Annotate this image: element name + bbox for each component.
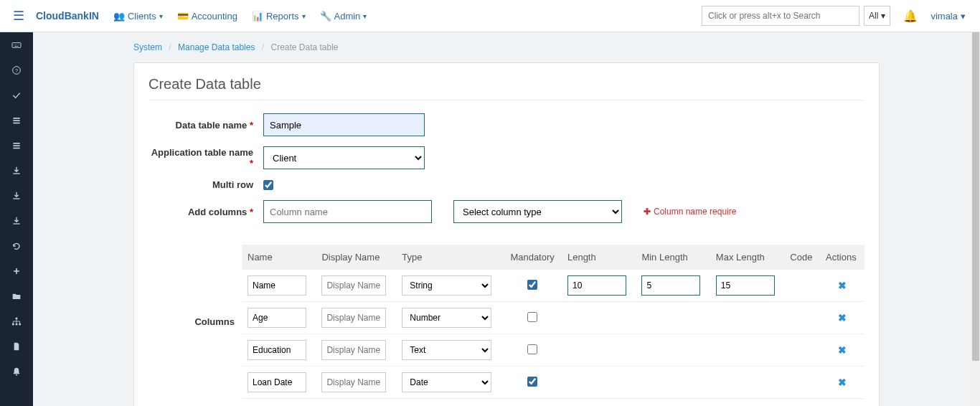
nav-clients[interactable]: 👥 Clients ▾	[113, 11, 163, 22]
row-type-select[interactable]: Date	[402, 372, 491, 392]
sidebar-folder[interactable]	[0, 283, 33, 308]
th-code: Code	[784, 245, 820, 270]
sidebar-list2[interactable]	[0, 133, 33, 158]
sidebar-list1[interactable]	[0, 108, 33, 133]
row-name-input[interactable]	[248, 308, 306, 328]
row-type-select[interactable]: Number	[402, 308, 491, 328]
row-mandatory-checkbox[interactable]	[527, 312, 537, 322]
nav-reports-label: Reports	[266, 11, 299, 22]
brand[interactable]: CloudBankIN	[30, 10, 113, 22]
sidebar-refresh[interactable]	[0, 233, 33, 258]
add-column-controls: Select column type ✚ Column name require	[263, 200, 736, 223]
sidebar-download2[interactable]	[0, 183, 33, 208]
data-table-name-input[interactable]	[263, 113, 425, 136]
sidebar-download1[interactable]	[0, 158, 33, 183]
remove-row-icon[interactable]: ✖	[838, 280, 847, 291]
sidebar-file[interactable]	[0, 334, 33, 359]
remove-row-icon[interactable]: ✖	[838, 312, 847, 324]
app-table-name-select[interactable]: Client	[263, 146, 425, 169]
svg-rect-9	[13, 120, 19, 121]
row-display-name-input[interactable]	[321, 372, 386, 392]
svg-rect-16	[13, 223, 19, 224]
column-type-select[interactable]: Select column type	[453, 200, 622, 223]
row-max-input[interactable]	[716, 275, 775, 296]
row-name-input[interactable]	[248, 275, 306, 296]
required-mark: *	[250, 158, 253, 169]
breadcrumb-manage[interactable]: Manage Data tables	[178, 42, 255, 52]
top-navbar: ☰ CloudBankIN 👥 Clients ▾ 💳 Accounting 📊…	[0, 0, 980, 32]
breadcrumb-system[interactable]: System	[133, 42, 162, 52]
breadcrumb-current: Create Data table	[270, 42, 338, 52]
svg-rect-14	[13, 173, 19, 174]
label-text: Add columns	[188, 207, 247, 217]
row-display-name-input[interactable]	[321, 340, 386, 360]
row-mandatory-checkbox[interactable]	[527, 377, 537, 387]
svg-point-1	[14, 44, 14, 44]
caret-icon: ▾	[961, 11, 966, 22]
nav-accounting-label: Accounting	[192, 11, 237, 22]
svg-rect-17	[16, 317, 18, 319]
error-text: Column name require	[654, 207, 736, 217]
columns-section: Columns Name Display Name Type Mandatory…	[149, 245, 864, 399]
user-menu[interactable]: vimala ▾	[930, 11, 973, 22]
multi-row-checkbox[interactable]	[263, 180, 273, 190]
caret-icon: ▾	[159, 12, 163, 20]
table-row: Number ✖	[242, 302, 864, 334]
th-name: Name	[242, 245, 316, 270]
user-name: vimala	[930, 11, 958, 22]
caret-icon: ▾	[881, 11, 885, 21]
th-type: Type	[396, 245, 503, 270]
row-display-name-input[interactable]	[321, 308, 386, 328]
multi-row-label: Multi row	[149, 179, 263, 190]
svg-rect-13	[13, 147, 19, 148]
row-display-name-input[interactable]	[321, 275, 386, 296]
search-input[interactable]	[702, 6, 859, 26]
row-min-input[interactable]	[641, 275, 700, 296]
remove-row-icon[interactable]: ✖	[838, 377, 847, 388]
sidebar-download3[interactable]	[0, 208, 33, 233]
sidebar-bell[interactable]	[0, 359, 33, 384]
th-length: Length	[562, 245, 636, 270]
window-scrollbar[interactable]	[971, 32, 980, 406]
svg-rect-10	[13, 122, 19, 123]
svg-rect-20	[19, 323, 21, 325]
svg-rect-18	[12, 323, 14, 325]
row-mandatory-checkbox[interactable]	[527, 344, 537, 354]
svg-point-3	[17, 44, 17, 44]
data-table-name-label: Data table name *	[149, 120, 263, 131]
th-display-name: Display Name	[316, 245, 396, 270]
row-type-select[interactable]: Text	[402, 340, 491, 360]
wrench-icon: 🔧	[320, 11, 331, 22]
svg-rect-11	[13, 143, 19, 144]
th-max-length: Max Length	[710, 245, 784, 270]
row-length-input[interactable]	[567, 275, 626, 296]
add-columns-label: Add columns *	[149, 207, 263, 217]
scrollbar-thumb[interactable]	[972, 32, 979, 361]
sidebar-keyboard[interactable]	[0, 32, 33, 57]
sidebar-help[interactable]: ?	[0, 57, 33, 82]
th-min-length: Min Length	[636, 245, 710, 270]
sidebar-tree[interactable]	[0, 308, 33, 334]
svg-rect-8	[13, 118, 19, 119]
table-row: String ✖	[242, 270, 864, 302]
sidebar-check[interactable]	[0, 82, 33, 108]
row-name-input[interactable]	[248, 372, 306, 392]
row-type-select[interactable]: String	[402, 275, 491, 296]
hamburger-icon[interactable]: ☰	[7, 8, 30, 24]
notifications-icon[interactable]: 🔔	[903, 9, 918, 23]
nav-reports[interactable]: 📊 Reports ▾	[252, 11, 306, 22]
svg-rect-0	[12, 42, 21, 47]
row-name-input[interactable]	[248, 340, 306, 360]
nav-accounting[interactable]: 💳 Accounting	[177, 11, 237, 22]
sidebar-plus[interactable]	[0, 258, 33, 283]
required-mark: *	[250, 120, 253, 131]
remove-row-icon[interactable]: ✖	[838, 344, 847, 356]
search-filter[interactable]: All ▾	[864, 6, 890, 26]
row-mandatory-checkbox[interactable]	[527, 280, 537, 290]
column-name-input[interactable]	[263, 200, 432, 223]
svg-rect-12	[13, 145, 19, 146]
columns-table-wrapper: Name Display Name Type Mandatory Length …	[242, 245, 864, 399]
svg-point-21	[16, 374, 17, 375]
search-filter-label: All	[869, 11, 878, 21]
nav-admin[interactable]: 🔧 Admin ▾	[320, 11, 367, 22]
